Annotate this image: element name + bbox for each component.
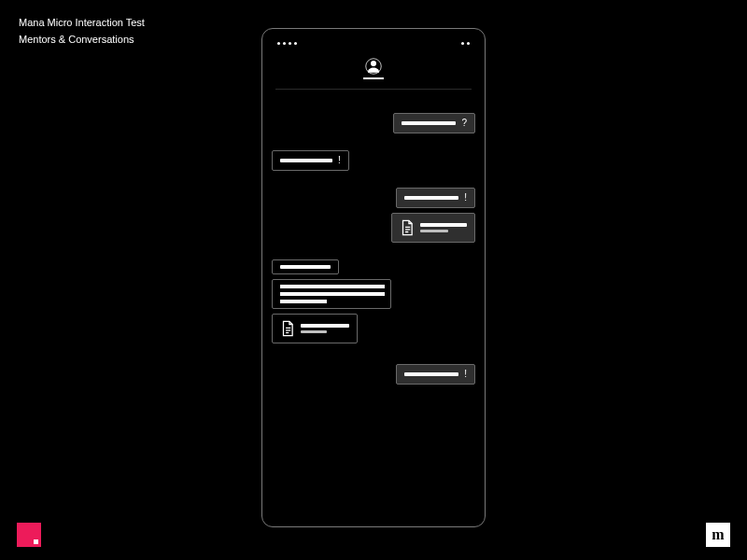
- message-outgoing-attachment[interactable]: [272, 213, 475, 243]
- invision-badge-icon[interactable]: [17, 523, 41, 547]
- active-contact-tab[interactable]: [363, 58, 384, 79]
- message-trail: !: [338, 156, 341, 165]
- brand-logo[interactable]: m: [706, 523, 730, 547]
- page-title: Mana Micro Interaction Test: [19, 17, 145, 28]
- message-trail: !: [464, 193, 467, 203]
- message-incoming[interactable]: !: [272, 150, 475, 171]
- phone-frame: ? ! !: [261, 28, 486, 527]
- message-trail: !: [464, 370, 467, 379]
- status-bar: [262, 29, 485, 52]
- message-incoming-attachment[interactable]: [272, 314, 475, 343]
- status-dots-icon: [461, 42, 470, 45]
- document-icon: [400, 219, 415, 236]
- signal-dots-icon: [277, 42, 297, 45]
- message-incoming[interactable]: [272, 279, 475, 309]
- page-subtitle: Mentors & Conversations: [19, 34, 134, 45]
- chat-header: [262, 52, 485, 89]
- avatar-icon: [365, 58, 382, 75]
- message-trail: ?: [461, 119, 467, 128]
- message-outgoing[interactable]: !: [272, 188, 475, 208]
- document-icon: [280, 320, 295, 337]
- svg-point-0: [371, 61, 376, 66]
- message-outgoing[interactable]: ?: [272, 113, 475, 133]
- conversation-list[interactable]: ? ! !: [262, 90, 485, 385]
- message-incoming[interactable]: [272, 259, 475, 274]
- message-outgoing[interactable]: !: [272, 364, 475, 385]
